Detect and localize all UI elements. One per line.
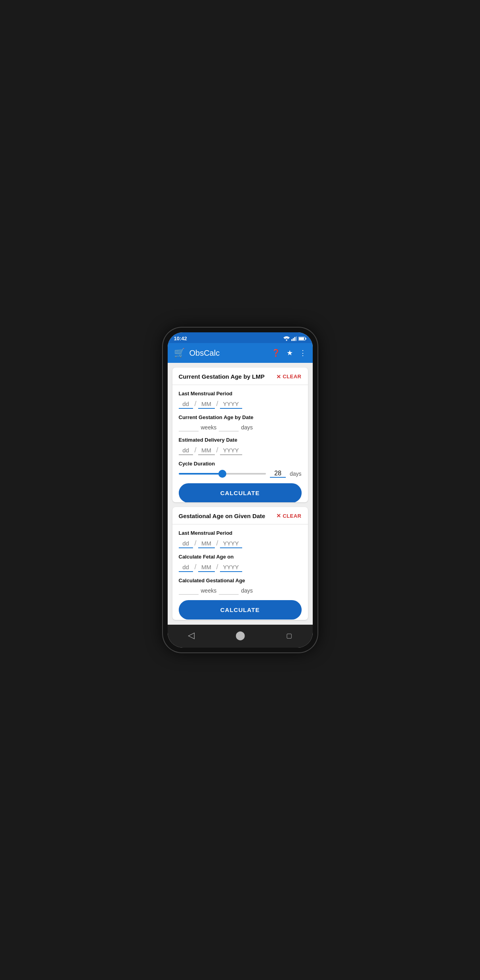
card1-edd-date-row: / / [179,446,302,455]
help-button[interactable]: ❓ [272,349,280,357]
app-bar-actions: ❓ ★ ⋮ [272,349,306,357]
card1-edd-yyyy-input [220,446,242,455]
card-gestational-age-given-date: Gestational Age on Given Date ✕ CLEAR La… [172,507,308,620]
card2-fetal-sep2: / [216,563,218,572]
card1-edd-label: Estimated Delivery Date [179,437,302,443]
nav-home-button[interactable]: ⬤ [226,629,255,642]
card2-clear-button[interactable]: ✕ CLEAR [276,513,302,519]
card2-fetal-mm-field [198,563,215,572]
card2-body: Last Menstrual Period / / [172,524,308,620]
status-time: 10:42 [174,336,187,341]
battery-icon [298,336,306,341]
card2-weeks-input [179,587,199,595]
card2-lmp-date-row: / / [179,539,302,548]
card2-fetal-date-row: / / [179,563,302,572]
stroller-icon: 🛒 [174,348,185,358]
card1-lmp-date-row: / / [179,400,302,409]
card2-header: Gestational Age on Given Date ✕ CLEAR [172,507,308,524]
svg-rect-6 [299,337,304,339]
status-icons [283,336,306,341]
card2-lmp-dd-input[interactable] [179,539,193,548]
card1-cycle-label: Cycle Duration [179,461,302,467]
card2-lmp-yyyy-field [220,539,242,548]
card1-calculate-button[interactable]: CALCULATE [179,483,302,502]
nav-recents-button[interactable]: ▢ [277,630,302,641]
wifi-icon [283,336,290,341]
card1-days-input [219,423,239,431]
scroll-content: Current Gestation Age by LMP ✕ CLEAR Las… [168,363,313,625]
card2-days-unit: days [241,587,253,595]
card2-days-input [219,587,239,595]
card1-clear-button[interactable]: ✕ CLEAR [276,374,302,380]
card1-edd-yyyy-field [220,446,242,455]
card1-edd-dd-input [179,446,193,455]
card1-lmp-dd-input[interactable] [179,400,193,409]
card2-calc-gest-label: Calculated Gestational Age [179,578,302,583]
svg-rect-0 [291,339,293,341]
card1-header: Current Gestation Age by LMP ✕ CLEAR [172,368,308,385]
card2-lmp-yyyy-input[interactable] [220,539,242,548]
card2-lmp-mm-field [198,539,215,548]
card1-gestation-result-row: weeks days [179,423,302,431]
card2-calculate-button[interactable]: CALCULATE [179,600,302,620]
card1-weeks-unit: weeks [201,424,217,431]
app-title: ObsCalc [189,349,267,358]
card1-title: Current Gestation Age by LMP [179,373,265,380]
card1-lmp-mm-input[interactable] [198,400,215,409]
card1-gestation-label: Current Gestation Age by Date [179,414,302,420]
card1-days-unit: days [241,424,253,431]
card2-clear-x-icon: ✕ [276,513,281,519]
card1-edd-sep1: / [195,446,197,455]
card2-lmp-dd-field [179,539,193,548]
card1-lmp-sep2: / [216,400,218,409]
card2-lmp-label: Last Menstrual Period [179,530,302,536]
svg-rect-5 [305,337,306,339]
card2-fetal-mm-input[interactable] [198,563,215,572]
nav-bar: ◁ ⬤ ▢ [168,625,313,648]
card2-clear-label: CLEAR [283,513,301,519]
app-bar: 🛒 ObsCalc ❓ ★ ⋮ [168,343,313,363]
card2-lmp-sep2: / [216,539,218,548]
card2-fetal-yyyy-input[interactable] [220,563,242,572]
card1-clear-x-icon: ✕ [276,374,281,380]
svg-rect-3 [296,336,297,341]
card1-cycle-section: Cycle Duration days [179,461,302,478]
card1-edd-dd-field [179,446,193,455]
svg-rect-1 [293,338,294,341]
card1-weeks-input [179,423,199,431]
card2-fetal-dd-field [179,563,193,572]
card1-lmp-mm-field [198,400,215,409]
card1-lmp-yyyy-field [220,400,242,409]
card1-body: Last Menstrual Period / / [172,385,308,502]
card1-edd-mm-field [198,446,215,455]
card1-clear-label: CLEAR [283,374,301,379]
card2-title: Gestational Age on Given Date [179,513,266,519]
card2-fetal-age-label: Calculate Fetal Age on [179,554,302,560]
signal-icon [291,336,297,341]
more-button[interactable]: ⋮ [299,349,306,357]
card2-gestation-result-row: weeks days [179,587,302,595]
card1-lmp-label: Last Menstrual Period [179,391,302,397]
card2-lmp-mm-input[interactable] [198,539,215,548]
card1-edd-sep2: / [216,446,218,455]
card1-cycle-slider[interactable] [179,473,266,475]
card-current-gestation: Current Gestation Age by LMP ✕ CLEAR Las… [172,368,308,502]
card2-lmp-sep1: / [195,539,197,548]
card2-fetal-yyyy-field [220,563,242,572]
card1-cycle-value-input[interactable] [270,470,286,478]
card1-edd-mm-input [198,446,215,455]
svg-rect-2 [294,337,295,341]
phone-screen: 10:42 [168,332,313,648]
nav-back-button[interactable]: ◁ [178,629,204,642]
card1-cycle-days-unit: days [290,471,302,477]
star-button[interactable]: ★ [287,349,293,357]
card2-weeks-unit: weeks [201,587,217,595]
card1-lmp-yyyy-input[interactable] [220,400,242,409]
card2-fetal-dd-input[interactable] [179,563,193,572]
card1-lmp-dd-field [179,400,193,409]
status-bar: 10:42 [168,332,313,343]
card1-lmp-sep1: / [195,400,197,409]
phone-frame: 10:42 [163,328,317,652]
card2-fetal-sep1: / [195,563,197,572]
card1-slider-row: days [179,470,302,478]
